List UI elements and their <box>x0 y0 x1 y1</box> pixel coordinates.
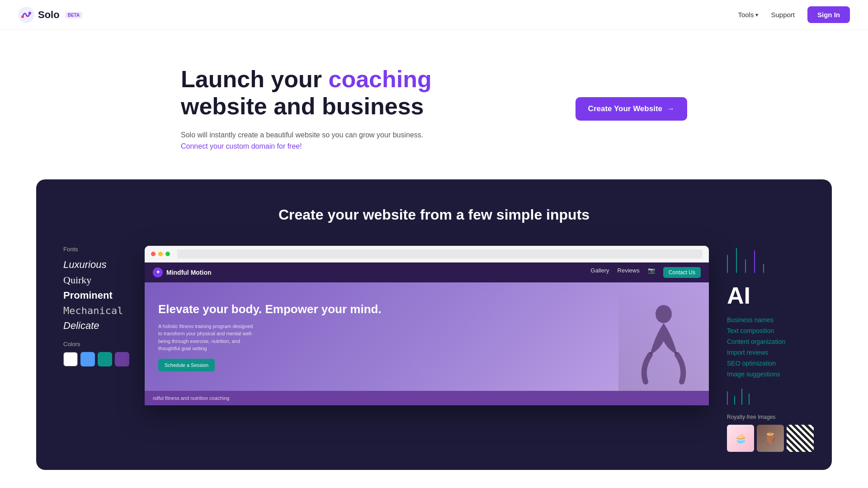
logo-icon <box>18 7 34 23</box>
dot-green <box>165 252 170 256</box>
logo: Solo BETA <box>18 7 82 23</box>
colors-label: Colors <box>63 341 131 347</box>
hero-text: Launch your coaching website and busines… <box>181 66 452 152</box>
thumb-3 <box>787 425 814 452</box>
ai-label: AI <box>727 282 814 309</box>
website-navbar: ✦ Mindful Motion Gallery Reviews 📷 Conta… <box>145 263 709 282</box>
person-svg <box>630 300 698 391</box>
headline-part2: website and business <box>181 93 424 119</box>
tools-menu[interactable]: Tools ▾ <box>738 11 758 19</box>
cta-button[interactable]: Create Your Website → <box>576 97 687 121</box>
browser-frame: ✦ Mindful Motion Gallery Reviews 📷 Conta… <box>145 246 709 405</box>
headline-part1: Launch your <box>181 66 328 92</box>
deco-line-4 <box>754 250 755 273</box>
color-swatches <box>63 352 131 366</box>
tools-label: Tools <box>738 11 754 19</box>
custom-domain-link[interactable]: Connect your custom domain for free! <box>181 142 302 150</box>
schedule-button[interactable]: Schedule a Session <box>158 359 215 371</box>
deco-line-2 <box>736 248 737 273</box>
instagram-icon: 📷 <box>648 267 655 278</box>
support-link[interactable]: Support <box>771 11 795 19</box>
browser-bar <box>145 246 709 263</box>
reviews-link: Reviews <box>618 267 640 278</box>
font-luxurious: Luxurious <box>63 259 131 271</box>
fonts-label: Fonts <box>63 246 131 253</box>
ai-feature-reviews: Import reviews <box>727 349 814 356</box>
font-quirky: Quirky <box>63 274 131 286</box>
ai-feature-seo: SEO optimization <box>727 360 814 367</box>
deco-lines-top <box>727 246 814 273</box>
hero-subtext: Solo will instantly create a beautiful w… <box>181 129 452 152</box>
ai-feature-images: Image suggestions <box>727 371 814 378</box>
website-hero: Elevate your body. Empower your mind. A … <box>145 282 709 391</box>
chevron-down-icon: ▾ <box>755 12 758 18</box>
website-footer: ndful fitness and nutrition coaching <box>145 391 709 405</box>
website-hero-headline: Elevate your body. Empower your mind. <box>158 302 382 317</box>
right-panel: AI Business names Text composition Conte… <box>709 246 814 470</box>
deco-line-m1 <box>727 391 728 405</box>
website-nav-links: Gallery Reviews 📷 Contact Us <box>590 267 701 278</box>
royalty-label: Royalty-free Images <box>727 414 814 420</box>
brand-name: Mindful Motion <box>166 269 212 276</box>
deco-line-5 <box>763 264 764 273</box>
hero-subtext-main: Solo will instantly create a beautiful w… <box>181 131 423 139</box>
signin-button[interactable]: Sign In <box>807 6 850 23</box>
logo-text: Solo <box>38 9 60 21</box>
website-hero-content: Elevate your body. Empower your mind. A … <box>158 302 382 371</box>
left-panel: Fonts Luxurious Quirky Prominent Mechani… <box>54 246 145 385</box>
dot-red <box>151 252 156 256</box>
deco-line-m4 <box>749 394 750 405</box>
contact-button: Contact Us <box>663 267 701 278</box>
hero-section: Launch your coaching website and busines… <box>163 30 705 179</box>
svg-point-1 <box>21 15 24 18</box>
deco-lines-mid <box>727 387 814 405</box>
gallery-link: Gallery <box>590 267 609 278</box>
svg-point-3 <box>656 305 672 323</box>
footer-text: ndful fitness and nutrition coaching <box>153 395 229 401</box>
dark-section: Create your website from a few simple in… <box>36 179 832 470</box>
demo-area: Fonts Luxurious Quirky Prominent Mechani… <box>54 246 814 470</box>
image-thumbnails: 🧁 🪵 <box>727 425 814 452</box>
nav-right: Tools ▾ Support Sign In <box>738 6 850 23</box>
font-prominent: Prominent <box>63 290 131 301</box>
deco-line-3 <box>745 259 746 273</box>
ai-feature-text: Text composition <box>727 327 814 334</box>
deco-line-m2 <box>734 396 735 405</box>
svg-point-2 <box>28 12 31 14</box>
hero-headline: Launch your coaching website and busines… <box>181 66 452 120</box>
thumb-2: 🪵 <box>757 425 784 452</box>
ai-feature-names: Business names <box>727 316 814 324</box>
website-hero-p: A holistic fitness training program desi… <box>158 323 258 352</box>
beta-badge: BETA <box>65 12 82 19</box>
dark-section-title: Create your website from a few simple in… <box>54 206 814 223</box>
address-bar <box>177 249 703 258</box>
dot-yellow <box>158 252 163 256</box>
font-mechanical: Mechanical <box>63 305 131 316</box>
dark-section-wrapper: Create your website from a few simple in… <box>0 179 868 470</box>
navbar: Solo BETA Tools ▾ Support Sign In <box>0 0 868 30</box>
deco-line-1 <box>727 255 728 273</box>
thumb-1: 🧁 <box>727 425 754 452</box>
swatch-purple <box>115 352 129 366</box>
font-delicate: Delicate <box>63 320 131 332</box>
swatch-white <box>63 352 78 366</box>
ai-feature-content: Content organization <box>727 338 814 345</box>
website-brand: ✦ Mindful Motion <box>153 267 212 277</box>
deco-line-m3 <box>741 389 742 405</box>
headline-accent: coaching <box>328 66 431 92</box>
cta-arrow-icon: → <box>667 104 675 113</box>
hero-person-image <box>618 282 709 391</box>
brand-icon: ✦ <box>153 267 163 277</box>
swatch-blue <box>80 352 95 366</box>
browser-mockup: ✦ Mindful Motion Gallery Reviews 📷 Conta… <box>145 246 709 405</box>
cta-label: Create Your Website <box>588 104 662 113</box>
swatch-teal <box>98 352 112 366</box>
